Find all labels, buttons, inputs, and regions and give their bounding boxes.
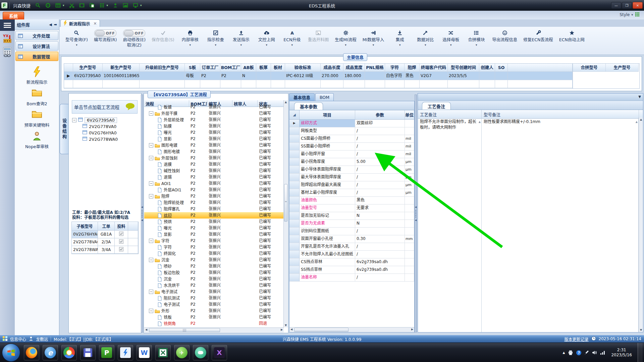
param-row-是否加无铅标记[interactable]: 是否加无铅标记N (289, 212, 414, 220)
start-button[interactable] (2, 344, 20, 362)
update-log-link[interactable]: 版本更新记录 (565, 336, 589, 342)
table-header-cell[interactable]: 订单工厂 (200, 64, 220, 72)
table-header-cell[interactable]: 生产型号 (73, 64, 103, 72)
chevron-down-icon[interactable]: ▾ (190, 43, 191, 47)
taskbar-icon-save[interactable] (80, 345, 96, 360)
ribbon-button-修复ECN丢流程[interactable]: 修复ECN丢流程 (520, 27, 556, 47)
param-row-SS面最小阻焊桥[interactable]: SS面最小阻焊桥/mil (289, 143, 414, 150)
horizontal-scrollbar[interactable]: ◀ ▶ (289, 327, 414, 332)
flow-row-丝印[interactable]: 丝印P2张振兴已编写 (144, 212, 284, 219)
ribbon-button-ECN升级[interactable]: AECN升级▾ (279, 27, 305, 47)
table-row[interactable]: 0V2G76HYA0GB1A (72, 231, 138, 238)
collapse-icon[interactable]: − (149, 143, 153, 147)
param-row-丝印方式[interactable]: ▶丝印方式双面丝印 (289, 120, 414, 127)
minimize-button[interactable]: — (611, 2, 621, 9)
flow-row-图形电镀[interactable]: 图形电镀P2张振兴已编写 (144, 148, 284, 155)
table-header-cell[interactable]: 工单 (98, 222, 115, 231)
scroll-up-icon[interactable]: ▲ (636, 119, 638, 125)
close-button[interactable]: ✕ (633, 2, 643, 9)
help-icon[interactable]: ? (576, 350, 581, 355)
ribbon-button-ECN自动上网[interactable]: ECN自动上网 (556, 27, 588, 47)
flow-row-电子测试[interactable]: 电子测试P2张振兴已编写 (144, 301, 284, 308)
tab-process-remarks[interactable]: 工艺备注 (422, 102, 451, 110)
table-header-cell[interactable]: 终端客户代码 (420, 64, 448, 72)
ribbon-button-发送指示[interactable]: 发送指示▾ (228, 27, 254, 47)
chevron-down-icon[interactable]: ▾ (399, 43, 401, 47)
tab-basic-params[interactable]: 基本参数 (294, 102, 323, 110)
flow-row-曝光[interactable]: 曝光P2张振兴已编写 (144, 225, 284, 231)
show-desktop-button[interactable] (638, 343, 643, 362)
param-row-CS挡点菲林[interactable]: CS挡点菲林6v2g739sa0.dh (289, 258, 414, 266)
horizontal-scrollbar[interactable]: ◀ |||| ▶ (144, 327, 284, 333)
grid-icon[interactable] (99, 3, 105, 8)
table-header-cell[interactable]: 新生产型号 (103, 64, 140, 72)
flow-row-沉金[interactable]: −沉金P2张振兴已编写 (144, 257, 284, 263)
param-row-双面开窗最小孔径[interactable]: 双面开窗最小孔径0.30mm (289, 235, 414, 243)
panel-splitter[interactable]: ◀ ◀ (415, 95, 417, 333)
flow-row-水洗烘干[interactable]: 水洗烘干P2张振兴已编写 (144, 282, 284, 289)
flow-row-碱性蚀刻[interactable]: 碱性蚀刻P2张振兴已编写 (144, 168, 284, 174)
table-header-cell[interactable]: AB板 (241, 64, 256, 72)
param-row-SS挡点菲林[interactable]: SS挡点菲林6v2g739sa0.dh (289, 266, 414, 274)
chevron-down-icon[interactable]: ▾ (107, 4, 108, 7)
flow-row-铣倒角[interactable]: 铣倒角P2回退 (144, 320, 284, 327)
sidebar-item-设计算法[interactable]: 设计算法 (15, 41, 58, 51)
tool-item-新流程指示[interactable]: 新流程指示 (26, 66, 48, 85)
tab-基本信息[interactable]: 基本信息 (289, 93, 315, 101)
flow-row-外层前处理[interactable]: 外层前处理P2张振兴已编写 (144, 117, 284, 123)
ribbon-button-文控上网[interactable]: 文控上网▾ (254, 27, 279, 47)
param-row-最小阻焊开窗[interactable]: 最小阻焊开窗/mil (289, 150, 414, 158)
flow-row-显影[interactable]: 显影P2张振兴已编写 (144, 136, 284, 142)
calculator-icon[interactable] (2, 46, 13, 58)
flow-row-板边包胶[interactable]: 板边包胶P2张振兴已编写 (144, 269, 284, 276)
maximize-button[interactable]: ❐ (622, 2, 632, 9)
remarks-column-header[interactable]: 型号备注 (482, 110, 639, 118)
toggle-switch[interactable]: OFF (123, 29, 145, 37)
chevron-down-icon[interactable]: ▼ (638, 95, 641, 99)
tree-node-root[interactable]: −6V2G739SA0 (72, 117, 138, 123)
flow-row-电子测试[interactable]: −电子测试P2张振兴已编写 (144, 289, 284, 295)
param-row-油墨型号[interactable]: 油墨型号无要求 (289, 204, 414, 212)
chevron-down-icon[interactable]: ▾ (450, 43, 452, 47)
flow-row-退锡[interactable]: 退锡P2张振兴已编写 (144, 174, 284, 180)
tool-item-预审关键物料[interactable]: 预审关键物料 (24, 109, 49, 128)
style-grid-icon[interactable] (635, 12, 641, 18)
taskbar-icon-xshell[interactable]: X (212, 345, 227, 360)
flow-row-预烘[interactable]: 预烘P2张振兴已编写 (144, 219, 284, 225)
ribbon-button-编写流程R[interactable]: OFF编写流程(R) (91, 27, 120, 47)
volume-icon[interactable] (592, 350, 597, 355)
collapse-icon[interactable]: − (149, 290, 153, 294)
system-tab[interactable]: 系统 (3, 12, 24, 19)
flow-row-阻焊塞孔[interactable]: 阻焊塞孔P2张振兴已编写 (144, 206, 284, 212)
tool-item-Nope单审核[interactable]: Nope单审核 (25, 130, 49, 149)
tab-new-flow-instruction[interactable]: 新流程指示 × (60, 19, 100, 27)
taskbar-icon-wps[interactable]: W (137, 345, 152, 360)
network-icon[interactable] (600, 350, 605, 355)
param-row-CS面最小阻焊桥[interactable]: CS面最小阻焊桥/mil (289, 135, 414, 143)
checkbox[interactable] (119, 247, 123, 252)
flow-row-AOI1[interactable]: −AOI1P2张振兴已编写 (144, 180, 284, 187)
search-icon[interactable] (35, 3, 41, 8)
taskbar-icon-ie[interactable]: e (43, 345, 58, 360)
ribbon-button-合拼模块[interactable]: 合拼模块▾ (464, 27, 489, 47)
table-header-cell[interactable]: BOM工厂 (220, 64, 241, 72)
info-center-label[interactable]: 信息中心 (10, 336, 26, 342)
table-header-cell[interactable]: 合拼型号 (573, 64, 606, 72)
hamburger-menu-button[interactable] (0, 19, 15, 31)
checkbox[interactable] (119, 232, 123, 237)
yx-factory-icon[interactable]: YX (2, 33, 13, 44)
flow-row-阻焊[interactable]: −阻焊P2张振兴已编写 (144, 193, 284, 199)
collapse-icon[interactable]: − (72, 118, 76, 122)
grid-icon[interactable] (3, 336, 7, 342)
taskbar-icon-green-app[interactable]: ✈ (174, 345, 190, 360)
table-row[interactable]: 2V2G778WA03/4A (72, 246, 138, 254)
sidebar-item-数据管理[interactable]: 数据管理 (15, 52, 58, 61)
tray-expand-icon[interactable]: ▲ (563, 351, 565, 354)
sidebar-item-文件处理[interactable]: 文件处理 (15, 31, 58, 40)
flow-row-沉金[interactable]: 沉金P2张振兴已编写 (144, 276, 284, 282)
tree-node[interactable]: 2V2G778WA0 (72, 136, 138, 142)
ribbon-button-导出流程信息[interactable]: 导出流程信息 (489, 27, 520, 47)
table-header-cell[interactable]: 型号创建时间 (448, 64, 479, 72)
flow-row-字符[interactable]: −字符P2张振兴已编写 (144, 238, 284, 244)
film-icon[interactable] (79, 3, 85, 8)
